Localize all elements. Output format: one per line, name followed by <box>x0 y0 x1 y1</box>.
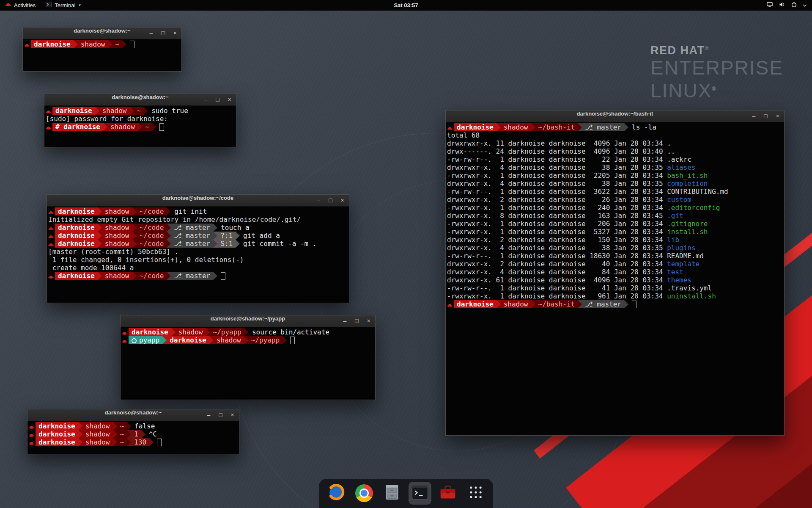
close-button[interactable]: × <box>775 110 780 122</box>
ls-meta: drwxrwxr-x. 61 darknoise darknoise 4096 … <box>447 276 667 284</box>
activities-button[interactable]: Activities <box>0 0 41 10</box>
output-line: -rwxrwxr-x. 1 darknoise darknoise 961 Ja… <box>447 292 784 300</box>
close-button[interactable]: × <box>230 409 235 421</box>
maximize-button[interactable]: □ <box>354 315 359 327</box>
chevron-down-icon[interactable] <box>803 2 807 8</box>
dock-item-show-apps[interactable] <box>464 482 487 505</box>
prompt-segment-host: shadow <box>82 422 113 430</box>
close-button[interactable]: × <box>172 28 178 39</box>
terminal-cursor[interactable] <box>157 439 162 446</box>
terminal-content[interactable]: darknoiseshadow~sudo true[sudo] password… <box>44 106 236 147</box>
prompt-segment-host: shadow <box>102 240 132 248</box>
clock[interactable]: Sat 03:57 <box>0 2 812 8</box>
window-titlebar[interactable]: darknoise@shadow:~–□× <box>27 409 239 421</box>
system-status-area[interactable] <box>764 0 809 10</box>
powerline-arrow-icon <box>98 224 102 232</box>
powerline-arrow-icon <box>236 240 240 248</box>
prompt-segment-host: shadow <box>176 328 206 336</box>
dock-item-files[interactable] <box>381 482 403 505</box>
powerline-arrow-icon <box>167 272 171 280</box>
maximize-button[interactable]: □ <box>328 195 333 206</box>
prompt-segment-git: ⎇ master <box>171 272 213 280</box>
powerline-arrow-icon <box>624 123 628 131</box>
prompt-segment-host: shadow <box>78 40 108 48</box>
terminal-cursor[interactable] <box>221 272 225 280</box>
window-titlebar[interactable]: darknoise@shadow:~/code–□× <box>47 195 349 207</box>
terminal-cursor[interactable] <box>290 337 295 344</box>
minimize-button[interactable]: – <box>316 195 321 206</box>
maximize-button[interactable]: □ <box>160 28 166 39</box>
dock-item-firefox[interactable] <box>325 482 348 505</box>
window-controls: –□× <box>342 315 371 327</box>
terminal-content[interactable]: darknoiseshadow~ <box>23 39 181 71</box>
dock-item-chrome[interactable] <box>353 482 376 505</box>
terminal-content[interactable]: darknoiseshadow~/codegit initInitialized… <box>47 207 349 303</box>
powerline-arrow-icon <box>113 430 117 438</box>
redhat-prompt-icon <box>447 300 454 309</box>
minimize-button[interactable]: – <box>203 94 208 105</box>
window-titlebar[interactable]: darknoise@shadow:~/pyapp–□× <box>121 315 375 327</box>
dock-item-software[interactable] <box>436 482 459 505</box>
ls-filename: uninstall.sh <box>667 292 716 300</box>
dock-item-terminal[interactable] <box>409 482 431 505</box>
python-icon <box>132 338 137 343</box>
screen-icon[interactable] <box>766 1 773 9</box>
prompt-segment-path: ~ <box>142 123 152 131</box>
prompt-segment-status: 130 <box>131 438 149 446</box>
close-button[interactable]: × <box>227 94 232 105</box>
prompt-segment-host: shadow <box>501 123 531 131</box>
prompt-line: darknoiseshadow~/codegit init <box>48 207 349 215</box>
powerline-arrow-icon <box>578 300 582 308</box>
terminal-content[interactable]: darknoiseshadow~falsedarknoiseshadow~1^C… <box>27 421 239 454</box>
maximize-button[interactable]: □ <box>215 94 220 105</box>
prompt-line: darknoiseshadow~ <box>24 40 181 48</box>
prompt-segment-user: darknoise <box>52 107 95 115</box>
app-menu-terminal[interactable]: Terminal ▼ <box>41 0 86 10</box>
minimize-button[interactable]: – <box>206 409 211 421</box>
ls-filename: . <box>667 139 671 147</box>
output-line: -rwxrwxr-x. 1 darknoise darknoise 206 Ja… <box>447 220 784 228</box>
window-titlebar[interactable]: darknoise@shadow:~–□× <box>23 28 181 39</box>
ls-filename: aliases <box>667 163 695 171</box>
registered-mark: ® <box>705 45 709 51</box>
redhat-prompt-icon <box>122 336 129 345</box>
maximize-button[interactable]: □ <box>218 409 223 421</box>
powerline-arrow-icon <box>213 240 217 248</box>
maximize-button[interactable]: □ <box>763 110 768 122</box>
ls-filename: .. <box>667 147 675 155</box>
power-icon[interactable] <box>791 1 797 9</box>
ls-meta: -rw-rw-r--. 1 darknoise darknoise 22 Jan… <box>447 155 667 163</box>
prompt-line: darknoiseshadow~/code⎇ master <box>48 272 349 280</box>
top-bar: Activities Terminal ▼ Sat 03:57 <box>0 0 812 11</box>
minimize-button[interactable]: – <box>751 110 757 122</box>
output-line: -rwxrwxr-x. 1 darknoise darknoise 240 Ja… <box>447 204 784 212</box>
terminal-cursor[interactable] <box>130 41 134 48</box>
terminal-content[interactable]: darknoiseshadow~/bash-it⎇ masterls -lato… <box>446 122 784 435</box>
powerline-arrow-icon <box>132 240 137 248</box>
dock <box>319 479 493 508</box>
minimize-button[interactable]: – <box>342 315 348 327</box>
prompt-line: darknoiseshadow~false <box>29 422 239 430</box>
window-titlebar[interactable]: darknoise@shadow:~/bash-it–□× <box>446 110 784 122</box>
terminal-content[interactable]: darknoiseshadow~/pyappsource bin/activat… <box>121 327 375 400</box>
powerline-arrow-icon <box>127 438 131 446</box>
minimize-button[interactable]: – <box>148 28 154 39</box>
redhat-prompt-icon <box>24 40 31 50</box>
volume-icon[interactable] <box>779 1 785 9</box>
prompt-segment-user: darknoise <box>36 438 78 446</box>
window-titlebar[interactable]: darknoise@shadow:~–□× <box>44 94 236 106</box>
output-line: drwxrwxr-x. 2 darknoise darknoise 150 Ja… <box>447 236 784 244</box>
powerline-arrow-icon <box>103 123 107 131</box>
terminal-cursor[interactable] <box>632 301 636 308</box>
terminal-cursor[interactable] <box>159 123 164 131</box>
powerline-arrow-icon <box>149 438 154 446</box>
command-text: git commit -a -m . <box>243 240 316 248</box>
prompt-segment-path: ~/code <box>137 240 167 248</box>
terminal-icon <box>411 483 429 503</box>
prompt-segment-path: ~/code <box>137 232 167 240</box>
ls-meta: drwxrwxr-x. 2 darknoise darknoise 40 Jan… <box>447 260 667 268</box>
close-button[interactable]: × <box>340 195 345 206</box>
registered-mark: ® <box>712 86 716 92</box>
close-button[interactable]: × <box>366 315 371 327</box>
output-text: 1 file changed, 0 insertions(+), 0 delet… <box>48 256 244 264</box>
